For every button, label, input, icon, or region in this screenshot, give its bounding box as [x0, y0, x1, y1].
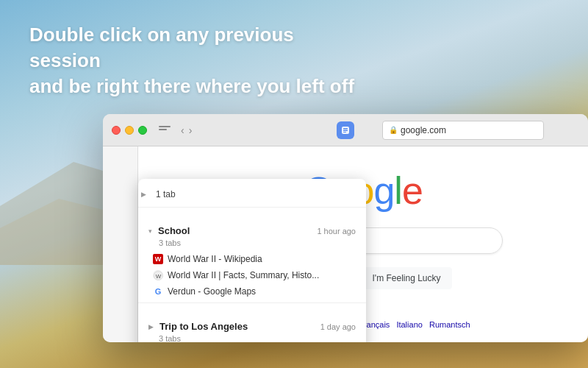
session-item-school: ▾ School 1 hour ago 3 tabs W World War I… [138, 215, 366, 311]
tab-title-wikipedia: World War II - Wikipedia [168, 254, 262, 264]
logo-e: e [402, 169, 423, 212]
headline-line1: Double click on any previous session [29, 24, 294, 71]
browser-sidebar [103, 146, 138, 342]
lock-icon: 🔒 [389, 126, 398, 134]
sessions-dropdown: ▶ 1 tab ▾ School 1 hour ago 3 tabs [138, 179, 366, 342]
svg-rect-5 [343, 132, 346, 132]
logo-g2: g [373, 169, 394, 212]
lang-italiano[interactable]: Italiano [396, 320, 422, 329]
svg-rect-4 [343, 130, 348, 131]
session-trip-name: Trip to Los Angeles [159, 321, 248, 332]
session-trip-header[interactable]: ▶ Trip to Los Angeles 1 day ago [138, 315, 366, 333]
trip-tab-count-label: 3 tabs [159, 334, 181, 342]
separator-2 [138, 302, 366, 303]
logo-l: l [394, 169, 402, 212]
address-text: google.com [401, 125, 446, 135]
tab-toggle-line1 [159, 126, 171, 127]
chevron-right-icon: ▶ [141, 191, 146, 198]
traffic-lights [112, 126, 147, 135]
tab-row-history[interactable]: W World War II | Facts, Summary, Histo..… [138, 267, 366, 283]
tab-toggle-line2 [159, 129, 167, 130]
back-button[interactable]: ‹ [181, 124, 184, 136]
forward-button[interactable]: › [189, 124, 193, 136]
session-school-name: School [158, 225, 190, 236]
maps-favicon: G [153, 286, 163, 297]
session-school-header[interactable]: ▾ School 1 hour ago [138, 219, 366, 238]
tab-title-history: World War II | Facts, Summary, Histo... [168, 270, 319, 280]
tab-row-maps[interactable]: G Verdun - Google Maps [138, 283, 366, 300]
svg-text:W: W [155, 273, 161, 280]
wikipedia-favicon: W [153, 254, 163, 264]
feeling-lucky-button[interactable]: I'm Feeling Lucky [362, 267, 452, 289]
lang-rumantsch[interactable]: Rumantsch [429, 320, 470, 329]
browser-window: ‹ › 🔒 google.com Google [103, 114, 588, 342]
headline-line2: and be right there where you left off [29, 75, 354, 97]
session-item-trip: ▶ Trip to Los Angeles 1 day ago 3 tabs [138, 311, 366, 342]
chevron-trip-icon: ▶ [148, 323, 154, 330]
history-favicon: W [153, 270, 163, 280]
session-item-unnamed: ▶ 1 tab [138, 179, 366, 215]
browser-titlebar: ‹ › 🔒 google.com [103, 114, 588, 146]
session-1-tab-count: 1 tab [156, 189, 176, 199]
tab-toggle-icon[interactable] [159, 126, 171, 135]
session-1-row[interactable]: ▶ 1 tab [138, 183, 366, 204]
tab-title-maps: Verdun - Google Maps [168, 286, 256, 297]
svg-rect-3 [343, 128, 348, 130]
school-tab-count-label: 3 tabs [159, 238, 181, 247]
extension-icon[interactable] [337, 121, 354, 139]
session-trip-time: 1 day ago [320, 322, 356, 331]
session-school-time: 1 hour ago [317, 227, 356, 236]
session-school-tab-count: 3 tabs [138, 238, 366, 251]
chevron-down-icon: ▾ [148, 227, 152, 235]
nav-arrows: ‹ › [181, 124, 192, 136]
headline: Double click on any previous session and… [29, 22, 368, 99]
separator [138, 207, 366, 208]
traffic-light-minimize[interactable] [125, 126, 134, 135]
address-bar[interactable]: 🔒 google.com [382, 121, 544, 140]
session-trip-tab-count: 3 tabs [138, 333, 366, 342]
traffic-light-maximize[interactable] [138, 126, 147, 135]
browser-content: Google 🔍 Google Search I'm Feeling Lucky… [103, 146, 588, 342]
traffic-light-close[interactable] [112, 126, 121, 135]
tab-row-wikipedia[interactable]: W World War II - Wikipedia [138, 251, 366, 267]
